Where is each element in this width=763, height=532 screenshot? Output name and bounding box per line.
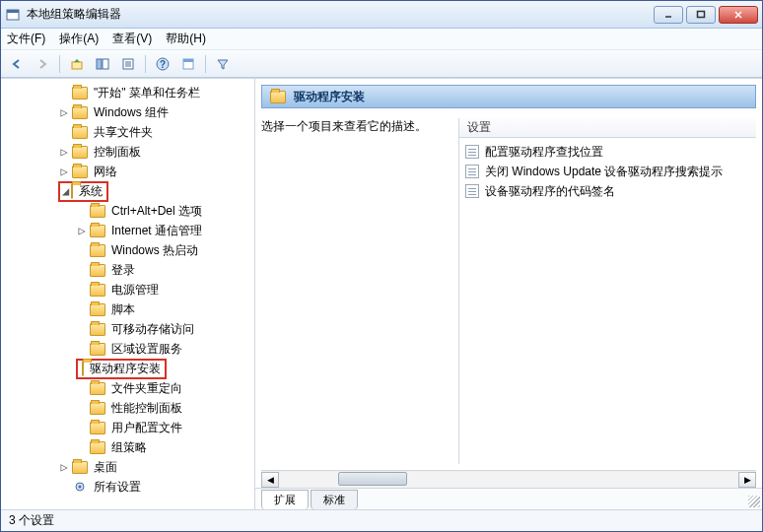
filter-button[interactable] xyxy=(211,53,235,75)
tab-extended[interactable]: 扩展 xyxy=(261,490,309,509)
tree-item[interactable]: ◢系统 xyxy=(3,181,252,201)
svg-rect-16 xyxy=(183,59,193,62)
list-item[interactable]: 关闭 Windows Update 设备驱动程序搜索提示 xyxy=(459,162,756,181)
folder-icon xyxy=(72,126,88,139)
tree-item-label[interactable]: 组策略 xyxy=(109,438,149,457)
forward-button[interactable] xyxy=(31,53,54,75)
folder-icon xyxy=(72,106,88,119)
list-item[interactable]: 配置驱动程序查找位置 xyxy=(459,142,756,162)
resize-grip[interactable] xyxy=(748,496,760,507)
tree-item-label[interactable]: 登录 xyxy=(109,261,137,280)
list-item-label: 关闭 Windows Update 设备驱动程序搜索提示 xyxy=(485,164,723,180)
details-header: 驱动程序安装 xyxy=(261,85,756,108)
folder-icon xyxy=(270,91,286,103)
folder-icon xyxy=(90,284,105,297)
tree-item-label[interactable]: 文件夹重定向 xyxy=(109,379,184,398)
folder-icon xyxy=(90,382,105,395)
description-column: 选择一个项目来查看它的描述。 xyxy=(261,118,458,464)
policy-icon xyxy=(465,165,479,178)
folder-icon xyxy=(72,146,88,159)
tree-item-label[interactable]: 桌面 xyxy=(92,458,119,477)
tree-item[interactable]: 区域设置服务 xyxy=(3,339,252,359)
expand-toggle[interactable]: ▷ xyxy=(58,145,70,159)
menubar: 文件(F) 操作(A) 查看(V) 帮助(H) xyxy=(1,29,762,50)
expand-toggle[interactable]: ▷ xyxy=(76,224,88,237)
tree-item-label[interactable]: 可移动存储访问 xyxy=(109,320,196,339)
tree-item[interactable]: 所有设置 xyxy=(3,477,252,497)
tree-item[interactable]: 驱动程序安装 xyxy=(3,359,252,378)
policy-icon xyxy=(465,184,479,198)
export-button[interactable] xyxy=(116,53,140,75)
tree-item[interactable]: ▷Internet 通信管理 xyxy=(3,221,252,240)
folder-icon xyxy=(90,422,105,434)
tree-item-label[interactable]: "开始" 菜单和任务栏 xyxy=(92,84,202,102)
menu-file[interactable]: 文件(F) xyxy=(7,31,45,47)
tree-item[interactable]: 用户配置文件 xyxy=(3,418,252,437)
tree-item-label[interactable]: 控制面板 xyxy=(92,143,143,162)
scroll-track[interactable] xyxy=(279,472,738,488)
tree-item[interactable]: 文件夹重定向 xyxy=(3,378,252,398)
settings-column-header[interactable]: 设置 xyxy=(459,118,756,138)
tree-item[interactable]: Windows 热启动 xyxy=(3,240,252,260)
policy-icon xyxy=(465,145,479,159)
tree-item[interactable]: ▷Windows 组件 xyxy=(3,102,252,122)
minimize-button[interactable] xyxy=(654,6,683,24)
tree-pane[interactable]: "开始" 菜单和任务栏▷Windows 组件共享文件夹▷控制面板▷网络◢系统Ct… xyxy=(1,79,255,509)
tree-item[interactable]: 脚本 xyxy=(3,299,252,319)
tree-item-label[interactable]: 网络 xyxy=(92,163,119,181)
window-buttons xyxy=(654,6,758,24)
folder-icon xyxy=(90,205,105,218)
tree-item[interactable]: 电源管理 xyxy=(3,280,252,299)
tree-item[interactable]: Ctrl+Alt+Del 选项 xyxy=(3,201,252,221)
menu-view[interactable]: 查看(V) xyxy=(112,31,152,47)
properties-button[interactable] xyxy=(176,53,200,75)
window-title: 本地组策略编辑器 xyxy=(27,6,654,23)
menu-action[interactable]: 操作(A) xyxy=(59,31,99,47)
expand-toggle[interactable]: ◢ xyxy=(62,184,69,198)
close-button[interactable] xyxy=(719,6,758,24)
expand-toggle[interactable]: ▷ xyxy=(58,165,70,178)
tree-item-label[interactable]: Ctrl+Alt+Del 选项 xyxy=(109,202,204,221)
tree-item[interactable]: 组策略 xyxy=(3,437,252,457)
tree-item-label[interactable]: Windows 热启动 xyxy=(109,241,200,260)
help-button[interactable]: ? xyxy=(151,53,174,75)
tree-item[interactable]: "开始" 菜单和任务栏 xyxy=(3,83,252,102)
tree-item-label[interactable]: 共享文件夹 xyxy=(92,123,155,142)
menu-help[interactable]: 帮助(H) xyxy=(166,31,206,47)
details-body: 选择一个项目来查看它的描述。 设置 配置驱动程序查找位置关闭 Windows U… xyxy=(255,108,762,470)
scroll-thumb[interactable] xyxy=(338,472,407,486)
tree-item[interactable]: ▷网络 xyxy=(3,162,252,181)
tree-item-label[interactable]: Windows 组件 xyxy=(92,103,171,122)
back-button[interactable] xyxy=(5,53,29,75)
tree-item-label[interactable]: 驱动程序安装 xyxy=(88,361,163,376)
tree-item-label[interactable]: 系统 xyxy=(77,183,104,199)
tab-standard[interactable]: 标准 xyxy=(311,490,358,509)
up-button[interactable] xyxy=(65,53,89,75)
tree-item[interactable]: 性能控制面板 xyxy=(3,398,252,418)
tree-item-label[interactable]: 电源管理 xyxy=(109,281,161,299)
tree-item-label[interactable]: 脚本 xyxy=(109,300,137,319)
tree-item[interactable]: ▷桌面 xyxy=(3,457,252,477)
status-text: 3 个设置 xyxy=(9,512,54,529)
tree-item[interactable]: ▷控制面板 xyxy=(3,142,252,162)
tree-item-label[interactable]: Internet 通信管理 xyxy=(109,222,204,240)
tree-item-label[interactable]: 用户配置文件 xyxy=(109,419,184,437)
show-hide-tree-button[interactable] xyxy=(91,53,114,75)
svg-rect-1 xyxy=(7,10,19,13)
expand-toggle[interactable]: ▷ xyxy=(58,460,70,474)
tree-item-label[interactable]: 区域设置服务 xyxy=(109,340,184,359)
expand-toggle[interactable]: ▷ xyxy=(58,105,70,119)
list-item[interactable]: 设备驱动程序的代码签名 xyxy=(459,181,756,201)
tree-item-label[interactable]: 所有设置 xyxy=(92,478,143,497)
toolbar-separator xyxy=(145,55,146,73)
scroll-left-button[interactable]: ◀ xyxy=(261,472,279,488)
maximize-button[interactable] xyxy=(686,6,716,24)
window-root: 本地组策略编辑器 文件(F) 操作(A) 查看(V) 帮助(H) ? "开始" … xyxy=(0,0,763,532)
tree-item[interactable]: 可移动存储访问 xyxy=(3,319,252,339)
scroll-right-button[interactable]: ▶ xyxy=(738,472,756,488)
details-pane: 驱动程序安装 选择一个项目来查看它的描述。 设置 配置驱动程序查找位置关闭 Wi… xyxy=(255,79,762,509)
tree-item-label[interactable]: 性能控制面板 xyxy=(109,399,184,418)
tree-item[interactable]: 登录 xyxy=(3,260,252,280)
folder-icon xyxy=(72,461,88,474)
tree-item[interactable]: 共享文件夹 xyxy=(3,122,252,142)
